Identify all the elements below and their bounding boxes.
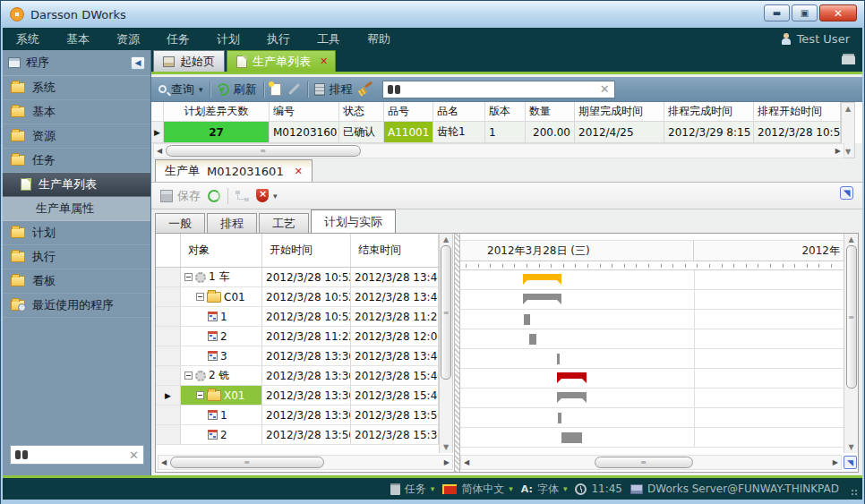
tree-row-4[interactable]: 32012/3/28 13:302012/3/28 13:40 <box>156 346 439 366</box>
gantt-bar[interactable] <box>529 334 536 345</box>
edit-button[interactable] <box>287 88 301 90</box>
grid-column-header[interactable]: 版本 <box>485 102 526 122</box>
subtab-1[interactable]: 排程 <box>207 213 257 233</box>
chevron-down-icon[interactable]: ▾ <box>563 484 568 493</box>
gantt-bar[interactable] <box>557 354 560 364</box>
tree-row-0[interactable]: 1 车2012/3/28 10:522012/3/28 13:40 <box>156 268 439 287</box>
close-tab-icon[interactable]: ✕ <box>295 166 303 177</box>
menu-item-4[interactable]: 计划 <box>203 31 253 47</box>
gantt-bar[interactable] <box>557 372 587 379</box>
refresh-button[interactable]: 刷新 <box>217 81 257 98</box>
tree-row-8[interactable]: 22012/3/28 13:502012/3/28 15:30 <box>156 425 439 445</box>
popout-icon[interactable]: ◥ <box>840 186 853 200</box>
sidebar-item-4[interactable]: 生产单列表 <box>3 173 150 197</box>
sidebar-item-8[interactable]: 看板 <box>3 269 150 294</box>
sidebar-item-5[interactable]: 生产单属性 <box>3 197 150 221</box>
subtab-3[interactable]: 计划与实际 <box>311 209 396 233</box>
clear-search-icon[interactable]: ✕ <box>600 82 610 96</box>
menu-item-3[interactable]: 任务 <box>153 31 203 47</box>
tree-column-header[interactable]: 对象 <box>181 234 262 267</box>
grid-column-header[interactable]: 数量 <box>526 102 575 122</box>
tree-hscrollbar[interactable]: ◀ ≡ ▶ <box>158 455 453 470</box>
tree-object-cell[interactable]: 3 <box>181 346 262 366</box>
gantt-vscrollbar[interactable]: ▲≡▼ <box>844 234 858 453</box>
schedule-button[interactable]: 排程 <box>314 81 353 98</box>
grid-cell[interactable]: 已确认 <box>339 122 384 143</box>
tab-home[interactable]: 起始页 <box>153 50 225 72</box>
tree-vscrollbar[interactable]: ▲≡▼ <box>439 234 453 453</box>
grid-cell[interactable]: 2012/4/25 <box>575 122 664 143</box>
clean-button[interactable] <box>359 83 373 96</box>
new-button[interactable] <box>270 83 281 96</box>
grid-column-header[interactable]: 编号 <box>270 102 339 122</box>
toolbar-search-box[interactable]: ✕ <box>382 81 615 98</box>
tree-row-3[interactable]: 22012/3/28 11:222012/3/28 12:00 <box>156 327 439 346</box>
tree-object-cell[interactable]: C01 <box>181 287 262 307</box>
grid-column-header[interactable]: 状态 <box>339 102 384 122</box>
detail-tab[interactable]: 生产单 M012031601 ✕ <box>155 159 313 182</box>
sidebar-item-0[interactable]: 系统 <box>3 76 150 100</box>
grid-cell[interactable]: 27 <box>164 122 270 143</box>
grid-cell[interactable]: A11001 <box>384 122 433 143</box>
tree-column-header[interactable]: 结束时间 <box>351 234 439 267</box>
sidebar-item-6[interactable]: 计划 <box>3 221 150 245</box>
grid-column-header[interactable]: 排程开始时间 <box>754 102 841 122</box>
tree-row-6[interactable]: ▶X012012/3/28 13:302012/3/28 15:40 <box>156 386 439 406</box>
save-button[interactable]: 保存 <box>160 188 201 204</box>
expander-icon[interactable] <box>184 273 193 281</box>
tree-column-header[interactable]: 开始时间 <box>262 234 351 267</box>
tree-object-cell[interactable]: 2 <box>181 327 262 346</box>
close-button[interactable]: ✕ <box>819 4 857 21</box>
tree-object-cell[interactable]: 2 <box>181 425 262 445</box>
chevron-down-icon[interactable]: ▾ <box>273 192 278 201</box>
sidebar-item-7[interactable]: 执行 <box>3 245 150 269</box>
gantt-bar[interactable] <box>557 392 587 398</box>
tab-list-icon[interactable] <box>842 56 855 64</box>
status-language[interactable]: 简体中文 ▾ <box>442 482 513 497</box>
close-tab-icon[interactable]: ✕ <box>320 56 328 67</box>
resize-grip[interactable] <box>852 490 859 497</box>
clear-search-icon[interactable]: ✕ <box>129 448 139 462</box>
subtab-2[interactable]: 工艺 <box>259 213 309 233</box>
menu-item-7[interactable]: 帮助 <box>354 31 404 47</box>
gantt-bar[interactable] <box>561 432 582 443</box>
expander-icon[interactable] <box>196 391 204 399</box>
grid-cell[interactable]: 200.00 <box>526 122 575 143</box>
tree-object-cell[interactable]: 1 <box>181 307 262 327</box>
sidebar-item-3[interactable]: 任务 <box>3 149 150 173</box>
subtab-0[interactable]: 一般 <box>155 213 205 233</box>
gantt-hscrollbar[interactable]: ◀ ≡ ▶ <box>460 455 842 470</box>
tree-row-1[interactable]: C012012/3/28 10:522012/3/28 13:40 <box>156 287 439 307</box>
tree-object-cell[interactable]: 2 铣 <box>181 366 262 386</box>
flow-button[interactable] <box>236 191 249 201</box>
minimize-button[interactable]: ▬ <box>764 4 790 21</box>
expander-icon[interactable] <box>196 293 204 301</box>
sidebar-item-9[interactable]: 最近使用的程序 <box>3 294 150 318</box>
query-button[interactable]: 查询 ▾ <box>158 81 203 98</box>
expander-icon[interactable] <box>184 372 193 380</box>
grid-cell[interactable]: 2012/3/29 8:15 <box>664 122 754 143</box>
tree-object-cell[interactable]: X01 <box>181 386 262 406</box>
gantt-bar[interactable] <box>558 413 561 423</box>
menu-item-6[interactable]: 工具 <box>304 31 354 47</box>
grid-cell[interactable]: 齿轮1 <box>433 122 485 143</box>
sidebar-item-1[interactable]: 基本 <box>3 100 150 124</box>
grid-column-header[interactable]: 品名 <box>433 102 485 122</box>
grid-column-header[interactable]: 品号 <box>384 102 433 122</box>
menu-item-2[interactable]: 资源 <box>103 31 153 47</box>
tree-object-cell[interactable]: 1 车 <box>181 268 262 287</box>
status-task[interactable]: 任务 ▾ <box>390 482 435 497</box>
chevron-down-icon[interactable]: ▾ <box>431 484 435 493</box>
popout-icon[interactable]: ◥ <box>844 456 857 469</box>
tree-row-7[interactable]: 12012/3/28 13:302012/3/28 13:50 <box>156 406 439 425</box>
tab-order-list[interactable]: 生产单列表 ✕ <box>227 50 336 72</box>
tree-row-2[interactable]: 12012/3/28 10:522012/3/28 11:22 <box>156 307 439 327</box>
status-font[interactable]: A: 字体 ▾ <box>521 482 568 497</box>
grid-column-header[interactable]: 计划差异天数 <box>164 102 270 122</box>
grid-cell[interactable]: M012031601 <box>270 122 339 143</box>
grid-cell[interactable]: 2012/3/28 10:52 <box>754 122 841 143</box>
menu-item-0[interactable]: 系统 <box>3 31 53 47</box>
chevron-down-icon[interactable]: ▾ <box>199 85 203 94</box>
gantt-bar[interactable] <box>523 294 561 300</box>
validate-button[interactable]: ▾ <box>256 189 278 202</box>
